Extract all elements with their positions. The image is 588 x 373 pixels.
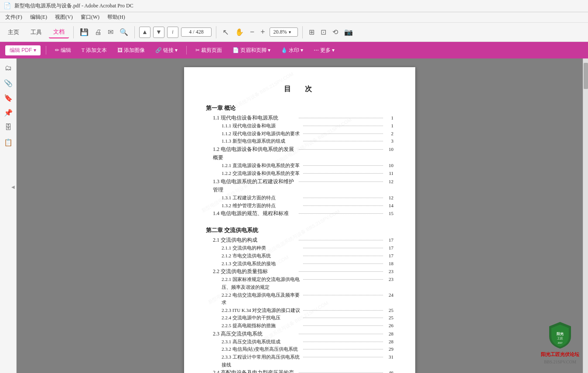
edit-pdf-btn[interactable]: 编辑 PDF ▾ <box>5 45 41 55</box>
separator-4 <box>302 26 303 38</box>
edit-text-btn[interactable]: ✏ 编辑 <box>51 45 75 55</box>
separator-2 <box>134 26 135 38</box>
more-btn[interactable]: ⋯ 更多 ▾ <box>310 45 338 55</box>
toc-title: 目 次 <box>206 85 393 94</box>
toc-entry: 1.1.1 现代电信设备和电源1 <box>206 122 393 130</box>
brand-url: BBS.21SPV.COM <box>544 359 576 364</box>
toc-entry: 1.2 电信电源设备和供电系统的发展概要10 <box>206 145 393 162</box>
scrollbar-thumb[interactable] <box>584 63 588 89</box>
toc-entry: 2.2.4 交流电源中的干扰电压25 <box>206 314 393 322</box>
panel-attach-icon[interactable]: 📎 <box>2 77 14 89</box>
separator-1 <box>73 26 74 38</box>
info-btn[interactable]: i <box>167 27 178 38</box>
rotate-icon[interactable]: ⟲ <box>331 26 340 38</box>
titlebar: 📄 新型电信电源系统与设备.pdf - Adobe Acrobat Pro DC <box>0 0 588 12</box>
toc-entry: 2.3 高压交流供电系统28 <box>206 330 393 338</box>
toc-entry: 1.2.1 直流电源设备和供电系统的变革10 <box>206 162 393 170</box>
edit-sep-1 <box>46 46 46 55</box>
edit-sep-2 <box>186 46 187 55</box>
watermark-btn[interactable]: 💧 水印 ▾ <box>277 45 307 55</box>
menu-edit[interactable]: 编辑(E) <box>27 13 51 22</box>
snapshot-icon[interactable]: 📷 <box>342 26 355 38</box>
toc-entry: 2.1.1 交流供电的种类17 <box>206 244 393 252</box>
pdf-content-area[interactable]: 新型电信电源系统与设备 BBS.21SPV.COM 新型电信电源系统与设备 BB… <box>17 58 583 373</box>
scrollbar[interactable] <box>583 58 588 373</box>
chapter-2-entries: 2.1 交流供电的构成172.1.1 交流供电的种类172.1.2 市电交流供电… <box>206 236 393 373</box>
menu-help[interactable]: 帮助(H) <box>104 13 129 22</box>
zoom-out-icon[interactable]: − <box>248 26 256 38</box>
chapter-1-entries: 1.1 现代电信设备和电源系统11.1.1 现代电信设备和电源11.1.2 现代… <box>206 114 393 218</box>
window-title: 新型电信电源系统与设备.pdf - Adobe Acrobat Pro DC <box>14 2 133 10</box>
toc-entry: 2.2.5 提高电能指标的措施26 <box>206 322 393 330</box>
svg-text:阳光: 阳光 <box>557 332 564 336</box>
tab-document[interactable]: 文档 <box>49 26 69 38</box>
panel-layers-icon[interactable]: 🗄 <box>2 121 14 133</box>
save-icon[interactable]: 💾 <box>78 26 90 38</box>
brand-logo: 阳光 工匠 2007 阳光工匠光伏论坛 BBS.21SPV.COM <box>541 321 579 364</box>
toc-entry: 1.2.2 交流电源设备和供电系统的变革11 <box>206 170 393 178</box>
svg-text:2007: 2007 <box>557 342 562 344</box>
app-icon: 📄 <box>3 2 11 10</box>
panel-comment-icon[interactable]: 📌 <box>2 106 14 119</box>
edit-toolbar: 编辑 PDF ▾ ✏ 编辑 T 添加文本 🖼 添加图像 🔗 链接 ▾ ✂ 裁剪页… <box>0 42 588 58</box>
toc-entry: 2.4 高配电设备及电力型变压器的产品系列46 <box>206 369 393 373</box>
toc-entry: 2.2 交流供电的质量指标23 <box>206 267 393 276</box>
prev-page-btn[interactable]: ▲ <box>139 27 150 38</box>
add-image-btn[interactable]: 🖼 添加图像 <box>114 45 148 55</box>
toc-entry: 1.1.3 新型电信电源系统的组成3 <box>206 137 393 145</box>
toc-entry: 2.3.3 工程设计中常用的高压供电系统接线31 <box>206 353 393 369</box>
toc-entry: 2.2.1 国家标准规定的交流电源供电电压、频率及谐波的规定23 <box>206 276 393 291</box>
main-toolbar: 主页 工具 文档 💾 🖨 ✉ 🔍 ▲ ▼ i 4 / 428 ↖ ✋ − + 2… <box>0 23 588 42</box>
menu-view[interactable]: 视图(V) <box>51 13 76 22</box>
panel-bookmark-icon[interactable]: 🔖 <box>2 92 14 104</box>
menubar: 文件(F) 编辑(E) 视图(V) 窗口(W) 帮助(H) <box>0 12 588 23</box>
link-btn[interactable]: 🔗 链接 ▾ <box>152 45 181 55</box>
toc-entry: 1.3.2 维护管理方面的特点14 <box>206 202 393 210</box>
zoom-level[interactable]: 20.8% ▾ <box>270 27 298 37</box>
header-footer-btn[interactable]: 📄 页眉和页脚 ▾ <box>229 45 274 55</box>
panel-collapse-btn[interactable]: ◀ <box>11 184 15 189</box>
toc-entry: 2.3.1 高压交流供电系统组成28 <box>206 338 393 346</box>
zoom-in-icon[interactable]: + <box>259 26 267 38</box>
toc-entry: 1.3 电信电源系统的工程建设和维护管理12 <box>206 178 393 194</box>
main-layout: 🗂 📎 🔖 📌 🗄 📋 ◀ 新型电信电源系统与设备 BBS.21SPV.COM … <box>0 58 588 373</box>
toc-entry: 1.1 现代电信设备和电源系统1 <box>206 114 393 122</box>
toc-entry: 2.3.2 电信局(站)变电所高压供电系统29 <box>206 346 393 353</box>
svg-text:工匠: 工匠 <box>557 337 563 340</box>
next-page-btn[interactable]: ▼ <box>153 27 164 38</box>
toc-entry: 2.1 交流供电的构成17 <box>206 236 393 244</box>
panel-pages-icon[interactable]: 🗂 <box>2 62 14 74</box>
chapter-2-heading: 第二章 交流供电系统 <box>206 226 393 234</box>
tab-tools[interactable]: 工具 <box>26 27 46 38</box>
print-icon[interactable]: 🖨 <box>93 27 103 38</box>
menu-window[interactable]: 窗口(W) <box>77 13 103 22</box>
panel-content-icon[interactable]: 📋 <box>2 136 14 148</box>
crop-btn[interactable]: ✂ 裁剪页面 <box>192 45 226 55</box>
hand-tool-icon[interactable]: ✋ <box>233 26 246 38</box>
toc-entry: 2.2.2 电信交流电源供电电压及频率要求24 <box>206 291 393 307</box>
toc-entry: 2.1.2 市电交流供电系统17 <box>206 252 393 260</box>
email-icon[interactable]: ✉ <box>106 26 115 38</box>
separator-3 <box>216 26 216 38</box>
fit-width-icon[interactable]: ⊡ <box>319 26 328 38</box>
pdf-page: 新型电信电源系统与设备 BBS.21SPV.COM 新型电信电源系统与设备 BB… <box>184 67 415 373</box>
toc-entry: 1.4 电信电源的规范、规程和标准15 <box>206 209 393 218</box>
shield-icon: 阳光 工匠 2007 <box>547 321 573 349</box>
toc-entry: 2.2.3 ITU K.34 对交流电源的接口建议25 <box>206 307 393 315</box>
left-panel: 🗂 📎 🔖 📌 🗄 📋 ◀ <box>0 58 17 373</box>
chapter-1-heading: 第一章 概论 <box>206 104 393 112</box>
toc-entry: 2.1.3 交流供电系统的接地18 <box>206 260 393 268</box>
tab-home[interactable]: 主页 <box>3 27 24 38</box>
pointer-tool-icon[interactable]: ↖ <box>221 26 231 39</box>
add-text-btn[interactable]: T 添加文本 <box>78 45 110 55</box>
page-info[interactable]: 4 / 428 <box>181 27 212 37</box>
brand-name: 阳光工匠光伏论坛 <box>541 351 579 358</box>
search-icon[interactable]: 🔍 <box>118 26 130 38</box>
fit-page-icon[interactable]: ⊞ <box>307 26 316 38</box>
toc-entry: 1.1.2 现代电信设备对电源供电的要求2 <box>206 130 393 138</box>
menu-file[interactable]: 文件(F) <box>2 13 26 22</box>
toc-entry: 1.3.1 工程建设方面的特点12 <box>206 194 393 202</box>
